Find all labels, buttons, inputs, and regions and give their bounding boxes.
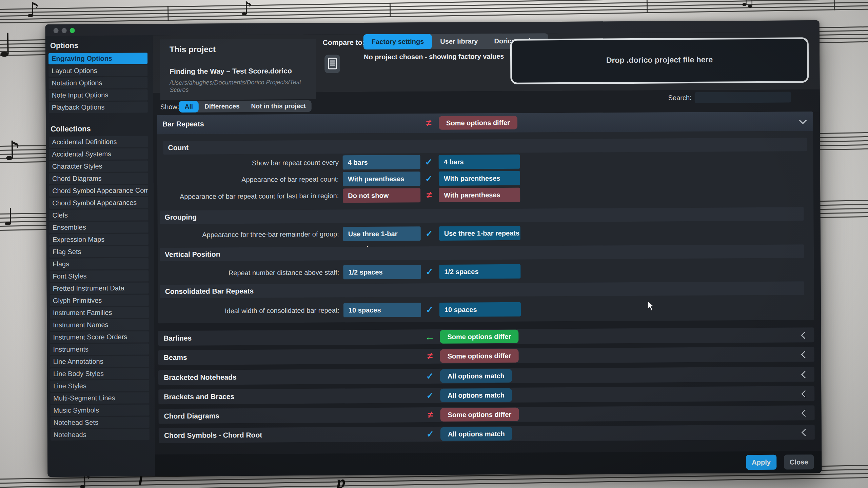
option-label: Appearance of bar repeat count for last …	[157, 188, 339, 204]
sidebar-item-line-annotations[interactable]: Line Annotations	[50, 355, 149, 367]
project-value-dropdown[interactable]: With parentheses	[343, 171, 420, 186]
show-filter-label: Show:	[160, 103, 179, 111]
project-value-dropdown[interactable]: Do not show	[343, 188, 420, 203]
tab-user-library[interactable]: User library	[432, 34, 486, 49]
music-note-icon: ♪	[240, 0, 253, 20]
check-icon: ✓	[422, 303, 437, 317]
filter-differences[interactable]: Differences	[199, 101, 245, 113]
section-status: ≠ Some options differ	[422, 349, 519, 363]
group-title: Count	[163, 138, 807, 155]
sidebar-item-layout-options[interactable]: Layout Options	[48, 65, 147, 77]
section-row-chord-diagrams[interactable]: Chord Diagrams ≠ Some options differ	[158, 405, 814, 424]
sidebar-item-clefs[interactable]: Clefs	[49, 209, 148, 221]
section-title: Beams	[164, 350, 187, 365]
sidebar-item-chord-symbol-appearance-components[interactable]: Chord Symbol Appearance Components	[49, 185, 148, 197]
sidebar-item-chord-symbol-appearances[interactable]: Chord Symbol Appearances	[49, 197, 148, 209]
close-window-button[interactable]	[54, 28, 59, 33]
chevron-down-icon[interactable]	[799, 117, 807, 124]
compare-status-text: No project chosen - showing factory valu…	[364, 53, 504, 61]
search-label: Search:	[668, 94, 692, 102]
staff-line	[0, 2, 868, 17]
status-badge: Some options differ	[440, 349, 519, 363]
this-project-title: This project	[170, 44, 216, 54]
music-note-icon: ♩	[0, 26, 13, 64]
sidebar-item-multi-segment-lines[interactable]: Multi-Segment Lines	[50, 392, 149, 404]
sidebar-item-instruments[interactable]: Instruments	[50, 343, 149, 355]
sidebar-item-accidental-definitions[interactable]: Accidental Definitions	[49, 136, 148, 148]
project-value-dropdown[interactable]: 10 spaces	[343, 303, 421, 317]
sidebar-item-instrument-names[interactable]: Instrument Names	[50, 319, 149, 331]
chevron-left-icon[interactable]	[801, 371, 809, 379]
section-row-brackets-and-braces[interactable]: Brackets and Braces ✓ All options match	[158, 386, 814, 404]
sidebar-options-header: Options	[45, 38, 153, 53]
music-note-icon: ♪	[4, 135, 21, 166]
section-status: ✓ All options match	[422, 369, 512, 383]
sidebar-item-ensembles[interactable]: Ensembles	[50, 221, 149, 233]
project-file-path: /Users/ahughes/Documents/Dorico Projects…	[170, 79, 316, 94]
sidebar-item-noteheads[interactable]: Noteheads	[51, 429, 150, 441]
section-row-beams[interactable]: Beams ≠ Some options differ	[158, 347, 814, 365]
this-project-panel: This project Finding the Way – Test Scor…	[160, 39, 316, 100]
factory-value-box: 10 spaces	[439, 302, 521, 317]
project-drop-zone[interactable]: Drop .dorico project file here	[510, 37, 809, 84]
bar-line	[834, 0, 835, 10]
zoom-window-button[interactable]	[70, 28, 75, 33]
screen: ♪ ♪ ♫ ♩ ♪ ♩ ♪ f p Options Engraving Opti…	[0, 0, 868, 488]
section-title: Bar Repeats	[162, 120, 204, 128]
sidebar-item-expression-maps[interactable]: Expression Maps	[50, 233, 149, 245]
filter-all[interactable]: All	[179, 101, 199, 113]
sidebar-item-instrument-score-orders[interactable]: Instrument Score Orders	[50, 331, 149, 343]
sidebar-item-music-symbols[interactable]: Music Symbols	[50, 404, 149, 416]
mouse-cursor	[647, 300, 657, 312]
apply-button[interactable]: Apply	[746, 455, 776, 470]
filter-not-in-this-project[interactable]: Not in this project	[245, 100, 312, 112]
status-badge: Some options differ	[440, 408, 519, 422]
choose-project-button[interactable]	[324, 55, 340, 73]
sidebar-item-flag-sets[interactable]: Flag Sets	[50, 246, 149, 258]
sidebar-item-character-styles[interactable]: Character Styles	[49, 160, 148, 172]
chevron-left-icon[interactable]	[802, 429, 809, 436]
sidebar-collections-header: Collections	[46, 121, 153, 137]
chevron-left-icon[interactable]	[801, 331, 809, 339]
sidebar-item-line-body-styles[interactable]: Line Body Styles	[50, 368, 149, 380]
sidebar-item-engraving-options[interactable]: Engraving Options	[48, 53, 147, 64]
sidebar-item-fretted-instrument-data[interactable]: Fretted Instrument Data	[50, 282, 149, 294]
main-panel: This project Finding the Way – Test Scor…	[153, 32, 822, 476]
sidebar-item-line-styles[interactable]: Line Styles	[50, 380, 149, 392]
not-equal-icon: ≠	[422, 351, 437, 362]
sidebar-item-accidental-systems[interactable]: Accidental Systems	[49, 148, 148, 160]
check-icon: ✓	[422, 390, 437, 401]
bar-line	[647, 0, 648, 13]
chevron-left-icon[interactable]	[801, 409, 809, 417]
section-row-barlines[interactable]: Barlines ← Some options differ	[158, 327, 814, 346]
sidebar-item-playback-options[interactable]: Playback Options	[49, 101, 148, 113]
show-filter-group: All Differences Not in this project	[179, 100, 312, 113]
section-row-bracketed-noteheads[interactable]: Bracketed Noteheads ✓ All options match	[158, 367, 814, 385]
sidebar-item-instrument-families[interactable]: Instrument Families	[50, 307, 149, 319]
music-note-icon: ♩	[3, 203, 14, 231]
sidebar-item-notehead-sets[interactable]: Notehead Sets	[51, 416, 150, 428]
search-input[interactable]	[695, 92, 791, 103]
status-badge: All options match	[440, 369, 512, 383]
section-header-bar-repeats[interactable]: Bar Repeats ≠ Some options differ	[157, 111, 813, 134]
option-label: Appearance of bar repeat count:	[157, 172, 339, 187]
project-value-dropdown[interactable]: Use three 1-bar repeats	[343, 226, 421, 241]
sidebar-item-chord-diagrams[interactable]: Chord Diagrams	[49, 172, 148, 184]
sidebar-item-flags[interactable]: Flags	[50, 258, 149, 270]
sidebar-item-glyph-primitives[interactable]: Glyph Primitives	[50, 294, 149, 306]
project-value-dropdown[interactable]: 1/2 spaces	[343, 265, 421, 279]
tab-factory-settings[interactable]: Factory settings	[363, 34, 432, 49]
section-title: Brackets and Braces	[164, 389, 234, 404]
section-row-chord-symbols-chord-root[interactable]: Chord Symbols - Chord Root ✓ All options…	[159, 425, 815, 443]
project-value-dropdown[interactable]: 4 bars	[343, 155, 420, 169]
close-button[interactable]: Close	[784, 454, 814, 469]
option-label: Show bar repeat count every	[157, 155, 339, 170]
check-icon: ✓	[422, 226, 437, 241]
chevron-left-icon[interactable]	[801, 351, 809, 359]
sidebar-item-note-input-options[interactable]: Note Input Options	[49, 89, 148, 101]
sidebar-item-font-styles[interactable]: Font Styles	[50, 270, 149, 282]
minimize-window-button[interactable]	[62, 28, 67, 33]
sidebar-item-notation-options[interactable]: Notation Options	[48, 77, 147, 89]
chevron-left-icon[interactable]	[801, 390, 809, 398]
option-label: Ideal width of consolidated bar repeat:	[158, 303, 339, 318]
